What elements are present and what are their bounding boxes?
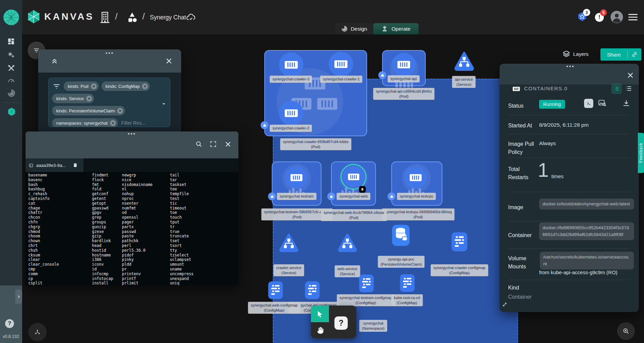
filter-chip[interactable]: kinds: PersistentVolumeClaim✕	[52, 106, 125, 115]
container-action-badge[interactable]	[359, 186, 366, 193]
brand-corner[interactable]	[0, 0, 22, 34]
container-icon-api[interactable]	[392, 53, 416, 77]
alerts-count-badge: 5	[600, 9, 607, 16]
terminal-column: findmnt flock fmt fold getconf getent ge…	[92, 173, 113, 285]
relayout-button[interactable]	[28, 323, 47, 341]
sidebar-item-settings[interactable]	[7, 51, 15, 59]
container-icon-crawler-2[interactable]	[279, 101, 303, 125]
terminal-output[interactable]: basename basenc bash bashbug c_rehash ca…	[26, 172, 238, 285]
sidebar-item-kanvas[interactable]	[7, 107, 16, 116]
tab-design[interactable]: Design	[335, 23, 373, 34]
trash-icon[interactable]	[73, 162, 78, 168]
details-panel-header[interactable]: •••	[500, 64, 639, 84]
volume-mounts-value: /var/run/secrets/kubernetes.io/serviceac…	[540, 252, 634, 269]
kubernetes-contexts-button[interactable]: 3	[577, 12, 587, 22]
node-label-web-pod: synergychat-web-6ccb79f964-s9ssw(Pod)	[321, 209, 387, 221]
help-button[interactable]: ?	[5, 319, 14, 328]
sidebar-item-tools[interactable]	[7, 64, 15, 72]
node-label-api-service: api-service(Service)	[452, 76, 475, 88]
breadcrumb-separator: /	[115, 11, 117, 22]
sidebar-expand-button[interactable]	[15, 290, 22, 304]
pvc-icon[interactable]	[391, 224, 411, 247]
designs-icon[interactable]	[125, 10, 139, 25]
collapse-icon[interactable]	[50, 57, 59, 65]
chevron-down-icon[interactable]	[160, 100, 167, 107]
kanvas-logo[interactable]: KANVAS	[27, 10, 94, 24]
node-label-crawler-pod: synergychat-crawler-659bd97cd4-tvbbs(Pod…	[280, 138, 351, 150]
select-tool-button[interactable]	[311, 306, 329, 322]
filter-chip-label: namespaces: synergychat	[56, 121, 108, 126]
image-value: docker.io/bootdotdev/synergychat-web:lat…	[539, 199, 634, 209]
terminal-column: basename basenc bash bashbug c_rehash ca…	[28, 173, 59, 285]
pod-badge-icon	[327, 192, 335, 200]
expand-panel-icon[interactable]	[502, 301, 508, 308]
drag-handle-icon[interactable]: •••	[128, 131, 136, 137]
help-tool-button[interactable]: ?	[334, 316, 348, 330]
sidebar-item-extensions[interactable]	[7, 89, 16, 97]
chip-remove-icon[interactable]: ✕	[117, 108, 123, 114]
chip-remove-icon[interactable]: ✕	[91, 83, 97, 89]
app-version: v0.8.132	[3, 334, 19, 339]
filter-chip-label: kinds: PersistentVolumeClaim	[56, 108, 115, 113]
filter-chip[interactable]: kinds: Service✕	[52, 94, 94, 103]
sidebar-item-dashboard[interactable]	[7, 37, 15, 45]
pan-tool-button[interactable]	[314, 323, 327, 337]
tab-operate[interactable]: Operate	[373, 23, 419, 34]
sidebar-item-performance[interactable]	[7, 77, 15, 85]
container-icon-testram[interactable]	[285, 166, 308, 189]
chip-remove-icon[interactable]: ✕	[86, 96, 92, 102]
close-icon[interactable]	[626, 71, 634, 79]
service-icon-api[interactable]	[453, 50, 475, 72]
zoom-in-button[interactable]	[617, 322, 635, 340]
filter-panel-header[interactable]: •••	[38, 49, 181, 73]
view-toggle-list[interactable]	[625, 85, 632, 92]
notifications-button[interactable]: ! 5	[595, 13, 604, 22]
configmap-icon-web[interactable]	[267, 281, 284, 300]
container-icon-testcpu[interactable]	[404, 166, 427, 189]
node-label-testram-configmap: synergychat-testram-configmap(ConfigMap)	[337, 294, 395, 306]
terminal-tab[interactable]: aaaa39e3-8a...	[26, 158, 83, 172]
terminal-column: tail tar taskset tee tempfile test tic t…	[170, 173, 193, 285]
org-icon[interactable]	[98, 10, 112, 25]
user-avatar[interactable]	[610, 11, 623, 24]
canvas-toolbar: ?	[311, 306, 356, 338]
status-label: Status	[508, 102, 540, 110]
configmap-icon-kuberoot[interactable]	[399, 274, 416, 293]
swirl-icon	[7, 89, 16, 97]
configmap-icon-testram[interactable]	[358, 274, 375, 293]
drag-handle-icon[interactable]: •••	[106, 50, 114, 56]
configmap-icon-crawler[interactable]	[450, 232, 469, 252]
terminal-action-icon[interactable]	[584, 99, 593, 108]
container-icon-crawler-3[interactable]	[279, 52, 303, 77]
layers-button[interactable]: Layers	[563, 50, 588, 58]
container-icon-web[interactable]	[343, 166, 364, 187]
image-inspect-icon[interactable]	[598, 99, 607, 108]
chip-remove-icon[interactable]: ✕	[110, 120, 116, 126]
filter-resources-input[interactable]	[121, 120, 159, 126]
filter-input-box[interactable]: kinds: Pod✕kinds: ConfigMap✕kinds: Servi…	[48, 78, 170, 127]
service-icon-web[interactable]	[337, 232, 358, 253]
close-icon[interactable]	[224, 140, 232, 148]
download-icon[interactable]	[622, 99, 630, 107]
fullscreen-icon[interactable]	[209, 140, 217, 148]
share-button-group: Share	[600, 48, 641, 61]
container-label: synergychat-api	[388, 75, 420, 82]
share-button[interactable]: Share	[600, 52, 627, 58]
terminal-header[interactable]: •••	[26, 131, 238, 158]
drag-handle-icon[interactable]: •••	[566, 63, 575, 69]
node-label-web-service: web-service(Service)	[335, 265, 360, 277]
breadcrumb-project-name[interactable]: Synergy Chat	[150, 14, 186, 21]
hamburger-menu-icon[interactable]	[628, 14, 638, 21]
filter-chip[interactable]: kinds: Pod✕	[64, 81, 99, 91]
filter-chip[interactable]: namespaces: synergychat✕	[52, 118, 118, 127]
filter-chip[interactable]: kinds: ConfigMap✕	[101, 81, 150, 91]
feedback-tab[interactable]: Feedback	[638, 133, 644, 173]
configmap-icon-api[interactable]	[304, 281, 321, 300]
search-icon[interactable]	[195, 140, 203, 148]
close-icon[interactable]	[165, 57, 173, 65]
service-icon-crawler[interactable]	[278, 232, 299, 253]
container-icon-crawler-1[interactable]	[329, 52, 353, 76]
view-toggle-grid[interactable]	[611, 83, 622, 94]
chip-remove-icon[interactable]: ✕	[142, 83, 148, 89]
copy-link-button[interactable]	[628, 51, 641, 58]
